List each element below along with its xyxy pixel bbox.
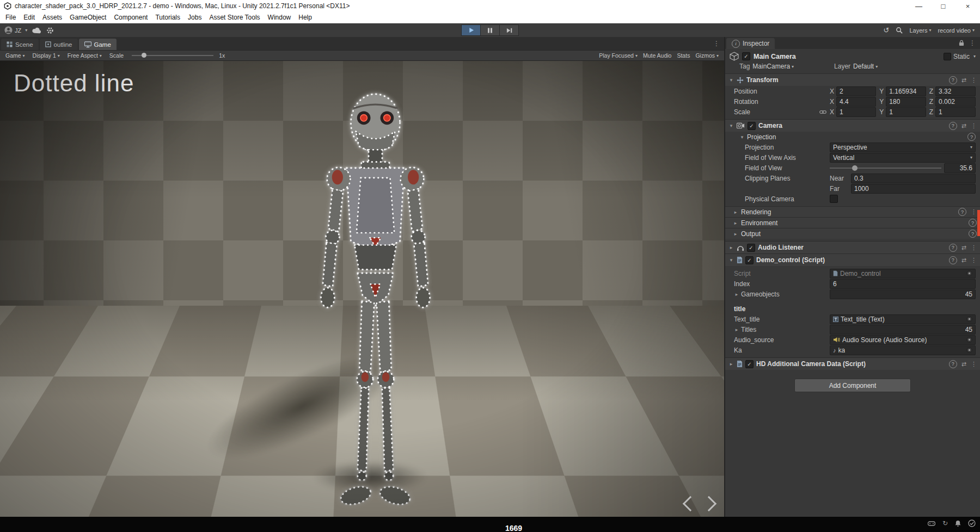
tab-outline[interactable]: outline: [40, 39, 78, 50]
rendering-foldout[interactable]: ▸ Rendering ?⋮: [725, 206, 980, 217]
audio-listener-header[interactable]: ▸ ✓ Audio Listener ? ⇄ ⋮: [725, 241, 980, 253]
help-icon[interactable]: ?: [949, 360, 957, 368]
foldout-icon[interactable]: ▾: [728, 257, 734, 263]
tabstrip-menu-icon[interactable]: ⋮: [713, 40, 720, 47]
foldout-icon[interactable]: ▸: [734, 292, 739, 297]
aspect-dropdown[interactable]: Free Aspect ▾: [65, 51, 105, 60]
projection-group-foldout[interactable]: ▾ Projection ?: [725, 132, 980, 142]
menu-asset-store-tools[interactable]: Asset Store Tools: [205, 14, 264, 21]
scale-link-icon[interactable]: [819, 110, 830, 114]
add-component-button[interactable]: Add Component: [794, 379, 911, 392]
fov-slider-knob[interactable]: [852, 165, 857, 171]
demo-control-enabled-checkbox[interactable]: ✓: [745, 256, 754, 264]
help-icon[interactable]: ?: [969, 219, 977, 227]
refresh-icon[interactable]: ↻: [942, 519, 948, 527]
hd-camera-data-enabled-checkbox[interactable]: ✓: [745, 360, 754, 368]
gameobject-name[interactable]: Main Camera: [754, 53, 796, 60]
undo-history-icon[interactable]: ↺: [883, 26, 889, 34]
tag-dropdown[interactable]: MainCamera ▾: [752, 63, 794, 70]
presets-icon[interactable]: ⇄: [961, 77, 966, 84]
output-foldout[interactable]: ▸ Output ?: [725, 228, 980, 239]
far-field[interactable]: 1000: [851, 184, 976, 194]
text-title-field[interactable]: Text_title (Text): [830, 314, 976, 324]
progress-check-icon[interactable]: [968, 519, 976, 527]
tab-inspector[interactable]: i Inspector: [726, 38, 775, 49]
play-focused-dropdown[interactable]: Play Focused ▾: [596, 52, 640, 59]
presets-icon[interactable]: ⇄: [961, 244, 966, 251]
layout-dropdown[interactable]: record video ▾: [938, 27, 975, 34]
close-button[interactable]: ×: [955, 0, 980, 12]
activity-icon[interactable]: [928, 521, 935, 527]
audio-listener-enabled-checkbox[interactable]: ✓: [747, 244, 755, 252]
minimize-button[interactable]: —: [906, 0, 931, 12]
physical-camera-checkbox[interactable]: ✓: [830, 195, 838, 203]
section-menu-icon[interactable]: ⋮: [971, 208, 977, 215]
scale-z-field[interactable]: 1: [935, 107, 976, 117]
gear-icon[interactable]: [46, 27, 54, 34]
scale-y-field[interactable]: 1: [886, 107, 926, 117]
foldout-icon[interactable]: ▸: [733, 220, 738, 226]
component-menu-icon[interactable]: ⋮: [971, 361, 977, 368]
presets-icon[interactable]: ⇄: [961, 122, 966, 129]
help-icon[interactable]: ?: [958, 208, 966, 216]
index-field[interactable]: 6: [830, 279, 976, 289]
static-checkbox[interactable]: ✓: [944, 53, 951, 60]
camera-enabled-checkbox[interactable]: ✓: [748, 122, 756, 130]
presets-icon[interactable]: ⇄: [961, 361, 966, 368]
lock-icon[interactable]: [959, 40, 964, 46]
play-button[interactable]: [461, 24, 481, 36]
foldout-icon[interactable]: ▸: [734, 327, 739, 332]
menu-file[interactable]: File: [2, 14, 20, 21]
script-field[interactable]: Demo_control: [830, 269, 976, 279]
cloud-icon[interactable]: [32, 27, 41, 34]
component-menu-icon[interactable]: ⋮: [971, 77, 977, 84]
menu-component[interactable]: Component: [110, 14, 151, 21]
gameobject-active-checkbox[interactable]: ✓: [742, 52, 750, 60]
layer-dropdown[interactable]: Default ▾: [853, 63, 878, 70]
stats-button[interactable]: Stats: [674, 52, 693, 59]
foldout-icon[interactable]: ▾: [728, 77, 734, 83]
object-picker-icon[interactable]: [966, 316, 972, 322]
component-menu-icon[interactable]: ⋮: [971, 257, 977, 264]
object-picker-icon[interactable]: [966, 270, 972, 276]
demo-control-header[interactable]: ▾ ✓ Demo_control (Script) ? ⇄ ⋮: [725, 253, 980, 266]
foldout-icon[interactable]: ▸: [733, 231, 738, 237]
menu-gameobject[interactable]: GameObject: [66, 14, 110, 21]
gameobjects-size-field[interactable]: 45: [830, 289, 976, 299]
near-field[interactable]: 0.3: [851, 174, 976, 183]
foldout-icon[interactable]: ▸: [728, 245, 734, 250]
static-control[interactable]: ✓ Static ▾: [944, 53, 976, 60]
inspector-menu-icon[interactable]: ⋮: [969, 39, 976, 47]
position-z-field[interactable]: 3.32: [935, 86, 976, 96]
foldout-icon[interactable]: ▾: [728, 123, 734, 128]
audio-source-field[interactable]: Audio Source (Audio Source): [830, 335, 976, 345]
projection-dropdown[interactable]: Perspective▾: [830, 143, 976, 152]
object-picker-icon[interactable]: [966, 347, 972, 353]
search-icon[interactable]: [896, 27, 903, 34]
account-dropdown[interactable]: JZ ▾: [4, 26, 27, 34]
game-mode-dropdown[interactable]: Game ▾: [3, 51, 28, 60]
rotation-x-field[interactable]: 4.4: [836, 97, 876, 107]
environment-foldout[interactable]: ▸ Environment ?: [725, 217, 980, 228]
step-button[interactable]: [500, 24, 519, 36]
maximize-button[interactable]: □: [931, 0, 955, 12]
help-icon[interactable]: ?: [967, 133, 976, 141]
foldout-icon[interactable]: ▾: [739, 134, 745, 140]
help-icon[interactable]: ?: [949, 76, 957, 84]
titles-size-field[interactable]: 45: [830, 325, 976, 335]
fov-slider[interactable]: [830, 164, 941, 172]
mute-audio-button[interactable]: Mute Audio: [640, 52, 675, 59]
object-picker-icon[interactable]: [966, 337, 972, 343]
help-icon[interactable]: ?: [969, 230, 977, 238]
fov-value-field[interactable]: 35.6: [944, 163, 976, 173]
foldout-icon[interactable]: ▸: [733, 209, 738, 215]
bell-icon[interactable]: [955, 520, 961, 527]
position-x-field[interactable]: 2: [836, 86, 876, 96]
rotation-y-field[interactable]: 180: [886, 97, 926, 107]
menu-edit[interactable]: Edit: [20, 14, 39, 21]
help-icon[interactable]: ?: [949, 244, 957, 252]
menu-jobs[interactable]: Jobs: [184, 14, 205, 21]
menu-tutorials[interactable]: Tutorials: [151, 14, 184, 21]
fov-axis-dropdown[interactable]: Vertical▾: [830, 153, 976, 163]
component-menu-icon[interactable]: ⋮: [971, 244, 977, 251]
